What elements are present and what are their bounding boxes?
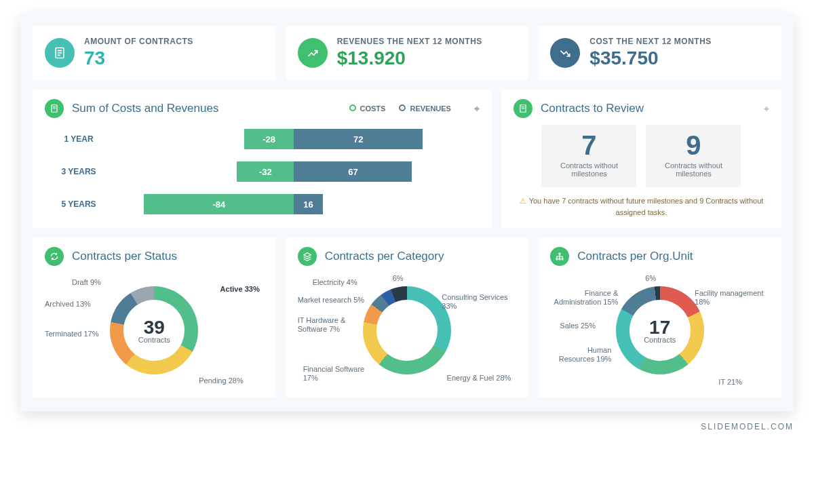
review-warning: ⚠You have 7 contracts without future mil… (513, 195, 769, 218)
note-icon (513, 99, 532, 118)
target-icon[interactable]: ⌖ (474, 103, 480, 115)
review-title: Contracts to Review (541, 102, 644, 115)
sum-chart-legend: COSTS REVENUES ⌖ (349, 103, 480, 115)
bar-label: 5 YEARS (52, 199, 106, 209)
status-donut: 39 Contracts Active 33% Pending 28% Term… (45, 273, 264, 388)
review-box-milestones[interactable]: 7 Contracts without milestones (541, 125, 636, 187)
bar-value-pos: 16 (303, 199, 313, 210)
slice-label: 6% (645, 274, 656, 283)
slice-label: 6% (393, 274, 404, 283)
status-title: Contracts per Status (72, 250, 177, 263)
slice-label: Sales 25% (560, 322, 596, 330)
bar-value-neg: -28 (263, 134, 275, 144)
target-icon[interactable]: ⌖ (764, 103, 769, 115)
dashboard: AMOUNT OF CONTRACTS 73 REVENUES THE NEXT… (20, 14, 794, 411)
sum-chart-card: Sum of Costs and Revenues COSTS REVENUES… (33, 90, 492, 228)
document-icon (45, 38, 75, 68)
metric-contracts-title: AMOUNT OF CONTRACTS (84, 37, 193, 46)
trend-down-icon (550, 38, 580, 68)
donut-center-label: Contracts (644, 336, 676, 344)
bar-value-neg: -32 (259, 167, 272, 177)
review-card: Contracts to Review ⌖ 7 Contracts withou… (501, 90, 781, 228)
metric-contracts: AMOUNT OF CONTRACTS 73 (33, 26, 276, 80)
svg-point-3 (559, 253, 560, 254)
review-num: 7 (547, 132, 631, 159)
org-title: Contracts per Org.Unit (577, 250, 693, 263)
metric-revenues-value: $13.920 (337, 47, 482, 69)
slice-label: Archived 13% (45, 300, 91, 309)
bar-row: 3 YEARS -32 67 (52, 161, 473, 182)
donut-center-label: Contracts (138, 336, 170, 344)
slice-label: Active 33% (220, 285, 260, 294)
slice-label: Financial Software 17% (303, 365, 378, 383)
category-card: Contracts per Category Consulting Servic… (286, 237, 529, 398)
hierarchy-icon (550, 247, 569, 266)
slice-label: Consulting Services 33% (442, 293, 516, 311)
legend-revenues: REVENUES (399, 104, 451, 113)
bar-value-neg: -84 (212, 199, 225, 210)
bar-label: 3 YEARS (52, 167, 106, 176)
metric-cost: COST THE NEXT 12 MONTHS $35.750 (538, 26, 781, 80)
slice-label: Finance & Administration 15% (550, 289, 618, 307)
sum-chart: 1 YEAR -28 72 3 YEARS -32 67 5 YEARS (45, 125, 480, 218)
category-donut: Consulting Services 33% Energy & Fuel 28… (298, 273, 517, 388)
review-sub: Contracts without milestones (651, 161, 735, 178)
review-box-tasks[interactable]: 9 Contracts without milestones (646, 125, 741, 187)
bar-label: 1 YEAR (52, 134, 106, 144)
layers-icon (298, 247, 317, 266)
metric-cost-value: $35.750 (589, 47, 712, 69)
review-num: 9 (651, 132, 735, 159)
slice-label: Energy & Fuel 28% (447, 374, 511, 383)
warning-icon: ⚠ (520, 197, 526, 205)
footer-brand: SLIDEMODEL.COM (20, 422, 794, 431)
org-card: Contracts per Org.Unit 17 Contracts Faci… (538, 237, 781, 398)
metric-revenues: REVENUES THE NEXT 12 MONTHS $13.920 (286, 26, 529, 80)
bar-value-pos: 67 (348, 167, 357, 177)
slice-label: Facility management 18% (695, 289, 769, 307)
trend-up-icon (298, 38, 328, 68)
metric-cost-title: COST THE NEXT 12 MONTHS (589, 37, 712, 46)
legend-costs: COSTS (349, 104, 386, 113)
svg-point-5 (559, 258, 560, 260)
metric-contracts-value: 73 (84, 47, 193, 69)
slice-label: Electricity 4% (313, 278, 357, 287)
status-card: Contracts per Status 39 Contracts Active… (33, 237, 276, 398)
bar-value-pos: 72 (353, 134, 363, 144)
svg-point-4 (556, 258, 558, 260)
slice-label: IT Hardware & Software 7% (298, 316, 372, 334)
bottom-row: Contracts per Status 39 Contracts Active… (33, 237, 781, 398)
svg-point-6 (562, 258, 563, 260)
org-donut: 17 Contracts Facility management 18% IT … (550, 273, 769, 388)
sheet-icon (45, 99, 64, 118)
slice-label: Human Resources 19% (550, 346, 611, 364)
slice-label: Terminated 17% (45, 330, 99, 338)
mid-row: Sum of Costs and Revenues COSTS REVENUES… (33, 90, 781, 228)
slice-label: Draft 9% (72, 278, 101, 287)
category-title: Contracts per Category (325, 250, 444, 263)
review-sub: Contracts without milestones (547, 161, 631, 178)
bar-row: 5 YEARS -84 16 (52, 194, 473, 214)
metrics-row: AMOUNT OF CONTRACTS 73 REVENUES THE NEXT… (33, 26, 781, 80)
slice-label: Pending 28% (199, 376, 243, 385)
metric-revenues-title: REVENUES THE NEXT 12 MONTHS (337, 37, 482, 46)
slice-label: Market research 5% (298, 296, 364, 305)
slice-label: IT 21% (718, 378, 742, 387)
bar-row: 1 YEAR -28 72 (52, 129, 473, 149)
sum-chart-title: Sum of Costs and Revenues (72, 102, 218, 115)
refresh-icon (45, 247, 64, 266)
